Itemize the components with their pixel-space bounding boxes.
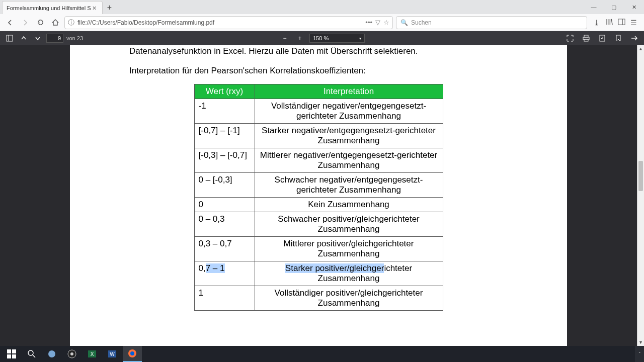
cell-interpretation: Starker positiver/gleichgerichteter Zusa… bbox=[255, 261, 443, 286]
sidebar-toggle-button[interactable] bbox=[4, 33, 15, 44]
url-text: file:///C:/Users/Fabio/Desktop/Formelsam… bbox=[77, 19, 362, 26]
svg-rect-2 bbox=[7, 35, 13, 41]
print-button[interactable] bbox=[581, 33, 592, 44]
scroll-up-arrow[interactable]: ▲ bbox=[637, 45, 644, 52]
maximize-button[interactable]: ▢ bbox=[604, 0, 624, 14]
table-row: 0 – 0,3Schwacher positiver/gleichgericht… bbox=[194, 212, 443, 237]
zoom-in-button[interactable]: + bbox=[294, 33, 305, 44]
cell-interpretation: Vollständiger positiver/gleichgerichtete… bbox=[255, 286, 443, 311]
cell-value: 1 bbox=[194, 286, 255, 311]
app-icon-generic[interactable] bbox=[42, 346, 61, 362]
app-icon-firefox[interactable] bbox=[123, 346, 142, 362]
vertical-scrollbar[interactable]: ▲ ▼ bbox=[637, 45, 644, 346]
table-row: [-0,7] – [-1]Starker negativer/entgegeng… bbox=[194, 124, 443, 148]
pdf-toolbar: von 23 − + 150 % ▾ bbox=[0, 31, 644, 45]
page-number-input[interactable] bbox=[46, 34, 63, 43]
svg-rect-4 bbox=[584, 35, 588, 37]
download-button[interactable] bbox=[597, 33, 608, 44]
bookmark-button[interactable] bbox=[613, 33, 624, 44]
forward-button[interactable] bbox=[19, 17, 31, 29]
cell-interpretation: Kein Zusammenhang bbox=[255, 198, 443, 212]
table-row: 0Kein Zusammenhang bbox=[194, 198, 443, 212]
svg-point-16 bbox=[70, 352, 73, 355]
cell-interpretation: Starker negativer/entgegengesetzt-gerich… bbox=[255, 124, 443, 148]
svg-rect-9 bbox=[12, 349, 16, 353]
page-count-label: von 23 bbox=[66, 35, 83, 41]
table-row: 1Vollständiger positiver/gleichgerichtet… bbox=[194, 286, 443, 311]
fullscreen-button[interactable] bbox=[565, 33, 576, 44]
minimize-button[interactable]: — bbox=[584, 0, 604, 14]
document-viewport: Datenanalysefunktion in Excel. Hierzu al… bbox=[0, 45, 644, 346]
svg-point-12 bbox=[28, 350, 33, 355]
zoom-out-button[interactable]: − bbox=[279, 33, 290, 44]
cell-interpretation: Vollständiger negativer/entgegengesetzt-… bbox=[255, 99, 443, 124]
tab-bar: Formelsammlung und Hilfsmittel S × + — ▢… bbox=[0, 0, 644, 14]
cell-interpretation: Mittlerer positiver/gleichgerichteter Zu… bbox=[255, 237, 443, 261]
paragraph-heading: Interpretation für den Pearson'schen Kor… bbox=[129, 65, 508, 77]
browser-tab[interactable]: Formelsammlung und Hilfsmittel S × bbox=[2, 1, 103, 14]
close-tab-icon[interactable]: × bbox=[91, 5, 98, 12]
cell-interpretation: Schwacher positiver/gleichgerichteter Zu… bbox=[255, 212, 443, 237]
show-desktop-button[interactable]: ˄ bbox=[635, 346, 644, 362]
pdf-page[interactable]: Datenanalysefunktion in Excel. Hierzu al… bbox=[70, 45, 567, 346]
svg-rect-8 bbox=[7, 349, 11, 353]
svg-text:W: W bbox=[110, 351, 115, 357]
paragraph: Datenanalysefunktion in Excel. Hierzu al… bbox=[129, 45, 508, 58]
svg-rect-0 bbox=[618, 19, 625, 24]
chevron-down-icon: ▾ bbox=[359, 36, 361, 41]
tools-button[interactable] bbox=[629, 33, 640, 44]
search-placeholder: Suchen bbox=[411, 19, 432, 26]
table-row: 0,7 – 1Starker positiver/gleichgerichtet… bbox=[194, 261, 443, 286]
new-tab-button[interactable]: + bbox=[103, 1, 117, 14]
info-icon[interactable]: ⓘ bbox=[68, 18, 74, 27]
cell-value: [-0,7] – [-1] bbox=[194, 124, 255, 148]
scroll-down-arrow[interactable]: ▼ bbox=[637, 339, 644, 346]
cell-interpretation: Schwacher negativer/entgegengesetzt-geri… bbox=[255, 173, 443, 198]
reload-button[interactable] bbox=[34, 17, 46, 29]
table-row: -1Vollständiger negativer/entgegengesetz… bbox=[194, 99, 443, 124]
search-icon: 🔍 bbox=[400, 19, 408, 26]
menu-icon[interactable]: ☰ bbox=[630, 19, 637, 27]
cell-interpretation: Mittlerer negativer/entgegengesetzt-geri… bbox=[255, 148, 443, 173]
url-field[interactable]: ⓘ file:///C:/Users/Fabio/Desktop/Formels… bbox=[64, 16, 393, 29]
cell-value: 0 bbox=[194, 198, 255, 212]
cell-value: 0 – [-0,3] bbox=[194, 173, 255, 198]
downloads-icon[interactable]: ⭳ bbox=[593, 19, 600, 27]
cell-value: 0,7 – 1 bbox=[194, 261, 255, 286]
svg-text:X: X bbox=[91, 351, 94, 357]
back-button[interactable] bbox=[4, 17, 16, 29]
window-controls: — ▢ ✕ bbox=[584, 0, 644, 14]
svg-rect-10 bbox=[7, 354, 11, 358]
home-button[interactable] bbox=[49, 17, 61, 29]
start-button[interactable] bbox=[2, 346, 21, 362]
table-row: 0 – [-0,3]Schwacher negativer/entgegenge… bbox=[194, 173, 443, 198]
th-interpretation: Interpretation bbox=[255, 84, 443, 99]
bookmark-star-icon[interactable]: ☆ bbox=[383, 19, 389, 26]
tab-title: Formelsammlung und Hilfsmittel S bbox=[7, 5, 91, 11]
shield-icon[interactable]: ▽ bbox=[375, 19, 380, 26]
page-up-button[interactable] bbox=[18, 33, 29, 44]
cell-value: 0,3 – 0,7 bbox=[194, 237, 255, 261]
correlation-table: Wert (rxy) Interpretation -1Vollständige… bbox=[194, 84, 443, 311]
taskbar: X W ˄ bbox=[0, 346, 644, 362]
search-field[interactable]: 🔍 Suchen bbox=[396, 16, 587, 29]
app-icon-excel[interactable]: X bbox=[83, 346, 102, 362]
close-window-button[interactable]: ✕ bbox=[624, 0, 644, 14]
th-value: Wert (rxy) bbox=[194, 84, 255, 99]
table-row: 0,3 – 0,7Mittlerer positiver/gleichgeric… bbox=[194, 237, 443, 261]
page-down-button[interactable] bbox=[32, 33, 43, 44]
table-row: [-0,3] – [-0,7]Mittlerer negativer/entge… bbox=[194, 148, 443, 173]
svg-line-13 bbox=[33, 355, 35, 357]
more-icon[interactable]: ••• bbox=[365, 19, 372, 26]
svg-point-22 bbox=[130, 351, 134, 355]
sidebar-icon[interactable] bbox=[618, 18, 625, 27]
search-taskbar-button[interactable] bbox=[22, 346, 41, 362]
zoom-value: 150 % bbox=[313, 35, 329, 41]
app-icon-word[interactable]: W bbox=[103, 346, 122, 362]
zoom-select[interactable]: 150 % ▾ bbox=[309, 34, 365, 43]
svg-rect-11 bbox=[12, 354, 16, 358]
library-icon[interactable] bbox=[605, 18, 613, 27]
cell-value: -1 bbox=[194, 99, 255, 124]
app-icon-obs[interactable] bbox=[62, 346, 82, 362]
scroll-thumb[interactable] bbox=[638, 161, 643, 191]
